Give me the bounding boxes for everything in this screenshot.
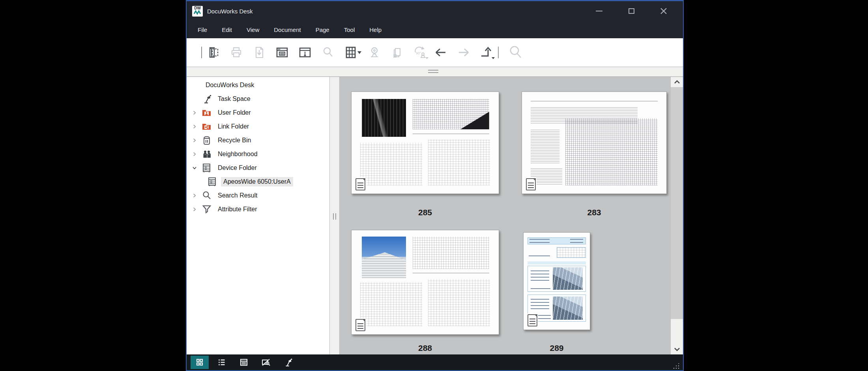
svg-text:90°: 90° <box>416 51 421 55</box>
tree-item-link-folder[interactable]: Link Folder <box>187 119 329 133</box>
copy-pages-button[interactable] <box>386 41 409 63</box>
document-thumbnail-283[interactable] <box>522 91 667 194</box>
print-button[interactable] <box>225 41 248 63</box>
tree-item-apeoswide-6050[interactable]: ApeosWide 6050:UserA <box>187 175 329 188</box>
resize-grip-icon[interactable] <box>673 362 680 369</box>
chevron-right-icon[interactable] <box>190 191 199 200</box>
list-view-icon <box>217 358 226 367</box>
search-box-button[interactable] <box>504 41 527 63</box>
menu-file[interactable]: File <box>198 26 207 33</box>
scroll-down-button[interactable] <box>671 344 683 354</box>
forward-button[interactable] <box>452 41 475 63</box>
thumbnail-view-button[interactable] <box>191 356 209 369</box>
search-icon <box>201 190 212 201</box>
chevron-right-icon[interactable] <box>190 149 199 159</box>
desk-content: 285 283 288 289 <box>340 77 670 354</box>
minimize-icon <box>596 11 602 11</box>
scan-button[interactable] <box>202 41 225 63</box>
tree-item-search-result[interactable]: Search Result <box>187 188 329 202</box>
device-folder-icon <box>207 176 217 187</box>
vertical-splitter[interactable] <box>329 77 340 354</box>
device-folder-icon <box>201 162 212 173</box>
camera-icon <box>367 45 382 60</box>
preview-off-icon <box>261 358 271 367</box>
tree-item-device-folder[interactable]: Device Folder <box>187 161 329 175</box>
minimize-button[interactable] <box>590 4 608 18</box>
menu-view[interactable]: View <box>247 26 259 33</box>
thumbnail-plan <box>360 282 422 326</box>
tree-item-neighborhood[interactable]: Neighborhood <box>187 147 329 161</box>
chevron-right-icon[interactable] <box>190 122 199 131</box>
page-number-label: 283 <box>522 208 667 217</box>
thumbnail-framing-plan <box>565 118 658 185</box>
tree-item-recycle-bin[interactable]: Recycle Bin <box>187 133 329 147</box>
thumbnail-chart <box>413 99 489 129</box>
page-number-label: 285 <box>351 208 499 217</box>
document-badge-icon <box>526 178 536 190</box>
camera-button[interactable] <box>363 41 386 63</box>
vertical-scrollbar[interactable] <box>670 77 683 354</box>
menu-document[interactable]: Document <box>274 26 301 33</box>
scrollbar-thumb[interactable] <box>671 87 683 319</box>
thumbnail-table <box>557 247 586 258</box>
menu-edit[interactable]: Edit <box>222 26 232 33</box>
document-thumbnail-289[interactable] <box>523 232 590 330</box>
view-switch-bar <box>187 354 683 370</box>
menu-page[interactable]: Page <box>316 26 329 33</box>
link-folder-icon <box>201 121 212 132</box>
tree-item-docuworks-desk[interactable]: DocuWorks Desk <box>187 78 329 92</box>
splitter-handle-icon[interactable] <box>428 70 438 73</box>
back-button[interactable] <box>429 41 452 63</box>
neighborhood-icon <box>201 149 212 159</box>
window-list-icon <box>275 45 290 60</box>
task-space-view-button[interactable] <box>279 356 297 369</box>
grid-view-dropdown-caret[interactable] <box>357 51 361 54</box>
window-info-icon <box>297 45 312 60</box>
scan-icon <box>206 45 221 60</box>
tree-item-user-folder[interactable]: User Folder <box>187 106 329 119</box>
detail-view-button[interactable] <box>235 356 253 369</box>
menu-tool[interactable]: Tool <box>344 26 355 33</box>
up-folder-button[interactable] <box>475 41 498 63</box>
chevron-right-icon[interactable] <box>190 108 199 117</box>
search-pages-button[interactable] <box>316 41 339 63</box>
scrollbar-track[interactable] <box>671 87 683 344</box>
toolbar: 90° <box>187 38 683 67</box>
up-folder-dropdown-caret[interactable] <box>492 57 495 59</box>
splitter-handle-icon[interactable] <box>333 213 336 220</box>
import-page-button[interactable] <box>248 41 271 63</box>
maximize-button[interactable] <box>622 4 640 18</box>
document-badge-icon <box>355 178 365 190</box>
document-thumbnail-288[interactable] <box>351 230 499 335</box>
search-large-icon <box>508 45 524 60</box>
list-view-button[interactable] <box>213 356 231 369</box>
rotate-90-button[interactable]: 90° <box>409 41 432 63</box>
close-button[interactable] <box>655 4 673 18</box>
chevron-right-icon[interactable] <box>190 136 199 145</box>
thumbnail-plan <box>428 140 490 185</box>
chevron-right-icon[interactable] <box>190 205 199 214</box>
close-icon <box>660 7 668 15</box>
document-thumbnail-285[interactable] <box>351 91 499 194</box>
grid-view-icon <box>344 45 358 60</box>
tree-item-task-space[interactable]: Task Space <box>187 92 329 106</box>
page-number-label: 288 <box>351 343 499 353</box>
thumbnail-photo <box>362 237 406 278</box>
folder-tree: DocuWorks Desk Task Space <box>187 77 329 354</box>
forward-arrow-icon <box>456 45 471 60</box>
horizontal-splitter[interactable] <box>187 67 683 77</box>
dw-wave-icon <box>193 10 202 15</box>
thumbnail-section <box>528 266 586 292</box>
app-window: DW DocuWorks Desk File Edit View Documen… <box>186 0 684 371</box>
rotate-90-dropdown-caret[interactable] <box>425 57 428 59</box>
menu-help[interactable]: Help <box>369 26 382 33</box>
thumbnail-plan <box>360 143 422 185</box>
chevron-down-icon[interactable] <box>190 163 199 173</box>
preview-off-button[interactable] <box>257 356 275 369</box>
page-number-label: 289 <box>523 343 590 353</box>
window-info-button[interactable] <box>294 41 316 63</box>
window-list-button[interactable] <box>271 41 294 63</box>
tree-item-attribute-filter[interactable]: Attribute Filter <box>187 202 329 216</box>
scroll-up-button[interactable] <box>671 77 683 87</box>
thumbnail-plan <box>428 279 490 326</box>
